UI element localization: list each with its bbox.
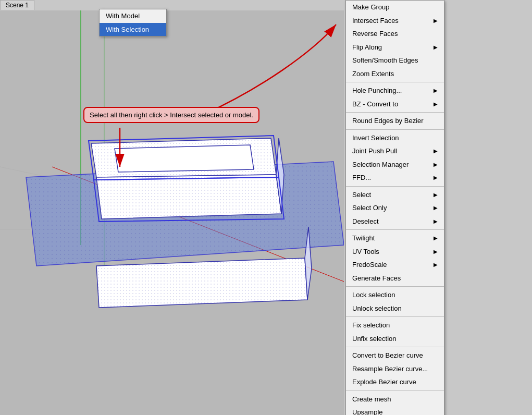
context-menu: Make GroupIntersect Faces▶Reverse FacesF… xyxy=(345,0,444,415)
menu-item-flip-along[interactable]: Flip Along▶ xyxy=(346,41,444,54)
menu-item-label: Twilight xyxy=(352,233,375,243)
menu-item-label: FFD... xyxy=(352,173,371,183)
menu-item-make-group[interactable]: Make Group xyxy=(346,1,444,14)
menu-item-convert-to-bezier-curve[interactable]: Convert to Bezier curve xyxy=(346,349,444,362)
menu-item-reverse-faces[interactable]: Reverse Faces xyxy=(346,27,444,41)
svg-marker-12 xyxy=(115,145,254,172)
menu-separator xyxy=(346,347,444,347)
menu-item-soften-smooth-edges[interactable]: Soften/Smooth Edges xyxy=(346,54,444,67)
menu-item-zoom-extents[interactable]: Zoom Extents xyxy=(346,67,444,81)
menu-item-fredoscale[interactable]: FredoScale▶ xyxy=(346,258,444,272)
menu-separator xyxy=(346,286,444,287)
menu-item-round-edges-by-bezier[interactable]: Round Edges by Bezier xyxy=(346,114,444,128)
submenu-arrow-icon: ▶ xyxy=(434,87,438,94)
submenu-arrow-icon: ▶ xyxy=(434,147,438,155)
menu-item-label: Create mesh xyxy=(352,394,391,405)
menu-item-label: FredoScale xyxy=(352,260,387,270)
menu-item-label: Zoom Extents xyxy=(352,69,394,79)
menu-item-label: Unlock selection xyxy=(352,303,402,314)
submenu-arrow-icon: ▶ xyxy=(434,174,438,181)
menu-item-resample-bezier-curve---[interactable]: Resample Bezier curve... xyxy=(346,362,444,376)
menu-item-select-only[interactable]: Select Only▶ xyxy=(346,201,444,215)
menu-item-label: Hole Punching... xyxy=(352,86,402,96)
menu-item-label: Generate Faces xyxy=(352,273,401,284)
menu-separator xyxy=(346,390,444,391)
menu-item-generate-faces[interactable]: Generate Faces xyxy=(346,272,444,285)
menu-separator xyxy=(346,129,444,130)
viewport: Select all then right click > Intersect … xyxy=(0,10,344,415)
submenu-arrow-icon: ▶ xyxy=(434,204,438,212)
menu-item-label: Round Edges by Bezier xyxy=(352,116,424,126)
menu-item-create-mesh[interactable]: Create mesh xyxy=(346,393,444,406)
submenu-arrow-icon: ▶ xyxy=(434,248,438,255)
svg-marker-14 xyxy=(96,258,307,308)
menu-item-unlock-selection[interactable]: Unlock selection xyxy=(346,302,444,315)
menu-separator xyxy=(346,112,444,113)
menu-item-selection-manager[interactable]: Selection Manager▶ xyxy=(346,158,444,172)
menu-item-lock-selection[interactable]: Lock selection xyxy=(346,288,444,302)
menu-item-unfix-selection[interactable]: Unfix selection xyxy=(346,332,444,346)
menu-item-bz---convert-to[interactable]: BZ - Convert to▶ xyxy=(346,97,444,111)
menu-item-fix-selection[interactable]: Fix selection xyxy=(346,319,444,332)
menu-item-ffd---[interactable]: FFD...▶ xyxy=(346,171,444,185)
submenu-arrow-icon: ▶ xyxy=(434,43,438,51)
menu-item-explode-bezier-curve[interactable]: Explode Bezier curve xyxy=(346,375,444,389)
menu-item-label: Select xyxy=(352,190,371,200)
tooltip-bubble: Select all then right click > Intersect … xyxy=(83,107,259,123)
menu-item-label: Intersect Faces xyxy=(352,16,399,26)
submenu-arrow-icon: ▶ xyxy=(434,17,438,25)
svg-marker-10 xyxy=(96,175,281,219)
submenu-item-with-model[interactable]: With Model xyxy=(100,9,166,23)
menu-item-invert-selection[interactable]: Invert Selection xyxy=(346,131,444,145)
menu-item-label: Deselect xyxy=(352,216,379,227)
menu-item-label: Fix selection xyxy=(352,320,390,331)
menu-item-label: Lock selection xyxy=(352,290,395,300)
submenu-item-with-selection[interactable]: With Selection xyxy=(100,23,166,36)
menu-item-select[interactable]: Select▶ xyxy=(346,188,444,202)
menu-item-label: Selection Manager xyxy=(352,160,409,170)
menu-item-label: Resample Bezier curve... xyxy=(352,364,428,374)
3d-geometry xyxy=(0,10,344,415)
menu-item-label: Joint Push Pull xyxy=(352,146,397,156)
menu-separator xyxy=(346,316,444,317)
submenu-arrow-icon: ▶ xyxy=(434,261,438,268)
menu-item-label: Unfix selection xyxy=(352,334,397,344)
menu-item-intersect-faces[interactable]: Intersect Faces▶ xyxy=(346,14,444,28)
menu-item-label: Explode Bezier curve xyxy=(352,377,416,387)
menu-item-label: Select Only xyxy=(352,203,387,213)
menu-item-label: Flip Along xyxy=(352,42,382,53)
menu-item-label: Make Group xyxy=(352,2,390,13)
menu-item-uv-tools[interactable]: UV Tools▶ xyxy=(346,245,444,259)
submenu-arrow-icon: ▶ xyxy=(434,161,438,168)
menu-separator xyxy=(346,229,444,230)
menu-item-deselect[interactable]: Deselect▶ xyxy=(346,215,444,228)
menu-item-label: Convert to Bezier curve xyxy=(352,350,423,361)
submenu-arrow-icon: ▶ xyxy=(434,234,438,242)
menu-item-twilight[interactable]: Twilight▶ xyxy=(346,231,444,245)
tooltip-text: Select all then right click > Intersect … xyxy=(90,111,253,119)
submenu-arrow-icon: ▶ xyxy=(434,191,438,199)
menu-item-label: Upsample xyxy=(352,407,383,415)
menu-item-label: Invert Selection xyxy=(352,133,399,143)
menu-item-label: BZ - Convert to xyxy=(352,99,398,109)
menu-separator xyxy=(346,82,444,82)
menu-item-joint-push-pull[interactable]: Joint Push Pull▶ xyxy=(346,144,444,158)
submenu-arrow-icon: ▶ xyxy=(434,217,438,225)
submenu-intersect: With ModelWith Selection xyxy=(99,9,167,36)
menu-item-hole-punching---[interactable]: Hole Punching...▶ xyxy=(346,84,444,97)
scene-tab[interactable]: Scene 1 xyxy=(0,0,34,10)
menu-item-label: Soften/Smooth Edges xyxy=(352,55,418,66)
menu-separator xyxy=(346,186,444,187)
menu-item-label: Reverse Faces xyxy=(352,29,398,39)
menu-item-label: UV Tools xyxy=(352,247,379,257)
submenu-arrow-icon: ▶ xyxy=(434,100,438,108)
menu-item-upsample[interactable]: Upsample xyxy=(346,406,444,415)
